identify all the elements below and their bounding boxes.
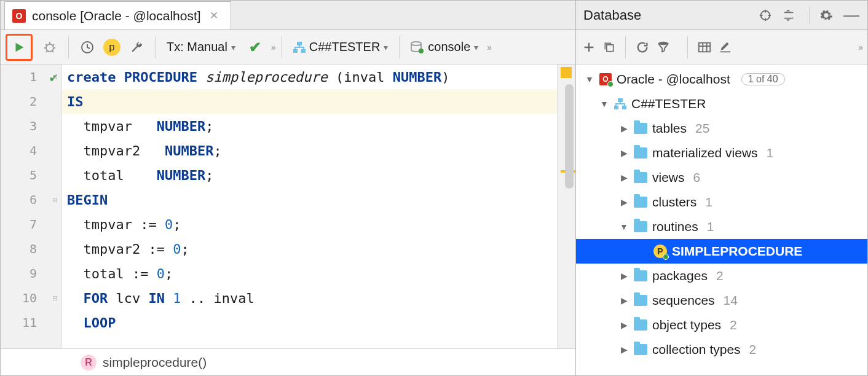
folder-icon bbox=[634, 295, 647, 306]
schema-dropdown[interactable]: C##TESTER ▾ bbox=[290, 40, 392, 54]
breadcrumb-label[interactable]: simpleprocedure() bbox=[103, 355, 207, 370]
fold-icon[interactable]: ⊟ bbox=[53, 195, 61, 204]
gutter-row[interactable]: 8 bbox=[1, 237, 61, 261]
procedure-badge-icon[interactable]: p bbox=[103, 39, 120, 56]
database-toolbar: » bbox=[576, 30, 867, 65]
code-line[interactable]: LOOP bbox=[62, 310, 575, 335]
tree-folder-count: 25 bbox=[695, 121, 709, 136]
gutter-row[interactable]: 1✔⊟ bbox=[1, 65, 61, 89]
duplicate-button[interactable] bbox=[603, 41, 615, 53]
code-token: ; bbox=[173, 217, 181, 232]
overflow-icon[interactable]: » bbox=[858, 42, 861, 52]
gutter-row[interactable]: 10⊟ bbox=[1, 286, 61, 310]
run-button[interactable] bbox=[8, 36, 30, 58]
tree-folder-row[interactable]: ▶collection types2 bbox=[576, 337, 867, 362]
refresh-button[interactable] bbox=[636, 41, 649, 54]
gutter-row[interactable]: 5 bbox=[1, 163, 61, 187]
transaction-mode-dropdown[interactable]: Tx: Manual ▾ bbox=[163, 40, 239, 54]
code-token bbox=[165, 291, 173, 306]
gutter-row[interactable]: 6⊟ bbox=[1, 187, 61, 212]
code-line[interactable]: BEGIN bbox=[62, 187, 575, 212]
target-icon[interactable] bbox=[759, 9, 776, 22]
code-token: NUMBER bbox=[165, 143, 213, 159]
gutter-row[interactable]: 3 bbox=[1, 114, 61, 138]
code-line[interactable]: FOR lcv IN 1 .. inval bbox=[62, 286, 575, 310]
tree-folder-row[interactable]: ▶object types2 bbox=[576, 313, 867, 337]
tree-datasource-label: Oracle - @localhost bbox=[617, 72, 730, 87]
svg-rect-3 bbox=[293, 49, 298, 53]
code-line[interactable]: total := 0; bbox=[62, 261, 575, 286]
code-line[interactable]: tmpvar NUMBER; bbox=[62, 114, 575, 138]
code-line[interactable]: total NUMBER; bbox=[62, 163, 575, 187]
chevron-down-icon[interactable]: ▼ bbox=[585, 74, 594, 84]
split-icon[interactable] bbox=[782, 9, 799, 22]
close-icon[interactable]: ✕ bbox=[207, 9, 221, 22]
chevron-down-icon[interactable]: ▼ bbox=[619, 222, 629, 232]
minimize-icon[interactable]: — bbox=[843, 6, 860, 25]
chevron-right-icon[interactable]: ▶ bbox=[619, 296, 629, 305]
overflow-icon[interactable]: » bbox=[487, 42, 490, 52]
editor-code-area[interactable]: create PROCEDURE simpleprocedure (inval … bbox=[62, 65, 575, 348]
chevron-right-icon[interactable]: ▶ bbox=[619, 148, 629, 158]
line-number: 3 bbox=[20, 119, 37, 133]
svg-rect-4 bbox=[301, 49, 306, 53]
scrollbar-thumb[interactable] bbox=[565, 84, 574, 189]
code-token: IS bbox=[67, 94, 84, 109]
fold-icon[interactable]: ⊟ bbox=[53, 72, 61, 81]
table-view-button[interactable] bbox=[698, 41, 711, 53]
chevron-down-icon: ▾ bbox=[474, 42, 478, 52]
code-line[interactable]: create PROCEDURE simpleprocedure (inval … bbox=[62, 65, 575, 89]
tree-folder-count: 2 bbox=[749, 342, 757, 357]
tree-folder-row[interactable]: ▶packages2 bbox=[576, 264, 867, 288]
tree-folder-routines[interactable]: ▼ routines 1 bbox=[576, 214, 867, 239]
code-token: tmpvar2 bbox=[67, 143, 165, 159]
gutter-row[interactable]: 7 bbox=[1, 212, 61, 237]
editor-marker-strip bbox=[557, 65, 575, 348]
chevron-down-icon[interactable]: ▼ bbox=[599, 99, 609, 109]
commit-button[interactable]: ✔ bbox=[244, 36, 266, 58]
editor-tab-console[interactable]: O console [Oracle - @localhost] ✕ bbox=[4, 1, 231, 29]
filter-button[interactable] bbox=[657, 41, 670, 54]
settings-wrench-button[interactable] bbox=[125, 36, 148, 58]
edit-button[interactable] bbox=[719, 41, 732, 54]
gear-icon[interactable] bbox=[819, 9, 837, 22]
code-line[interactable]: tmpvar := 0; bbox=[62, 212, 575, 237]
code-editor[interactable]: 1✔⊟23456⊟78910⊟11 create PROCEDURE simpl… bbox=[1, 65, 575, 348]
code-token: ; bbox=[213, 143, 221, 159]
gutter-row[interactable]: 2 bbox=[1, 89, 61, 114]
editor-gutter: 1✔⊟23456⊟78910⊟11 bbox=[1, 65, 62, 348]
add-datasource-button[interactable] bbox=[582, 41, 596, 54]
code-line[interactable]: tmpvar2 := 0; bbox=[62, 237, 575, 261]
folder-icon bbox=[634, 147, 647, 159]
tree-folder-row[interactable]: ▶materialized views1 bbox=[576, 141, 867, 165]
overflow-icon[interactable]: » bbox=[271, 42, 274, 52]
tree-datasource-row[interactable]: ▼ O Oracle - @localhost 1 of 40 bbox=[576, 67, 867, 92]
tree-folder-row[interactable]: ▶views6 bbox=[576, 165, 867, 190]
chevron-right-icon[interactable]: ▶ bbox=[619, 173, 629, 182]
tree-routine-row[interactable]: P SIMPLEPROCEDURE bbox=[576, 239, 867, 264]
code-token: LOOP bbox=[84, 315, 116, 331]
code-line[interactable]: tmpvar2 NUMBER; bbox=[62, 138, 575, 163]
chevron-right-icon[interactable]: ▶ bbox=[619, 197, 629, 207]
gutter-row[interactable]: 11 bbox=[1, 310, 61, 335]
tree-folder-row[interactable]: ▶tables25 bbox=[576, 116, 867, 141]
tree-schema-row[interactable]: ▼ C##TESTER bbox=[576, 92, 867, 116]
tree-folder-row[interactable]: ▶sequences14 bbox=[576, 288, 867, 313]
code-line[interactable]: IS bbox=[62, 89, 575, 114]
warning-indicator-icon[interactable] bbox=[561, 67, 572, 78]
chevron-right-icon[interactable]: ▶ bbox=[619, 345, 629, 354]
history-button[interactable] bbox=[76, 36, 98, 58]
gutter-row[interactable]: 9 bbox=[1, 261, 61, 286]
database-panel-header: Database — bbox=[576, 1, 867, 30]
code-token: 0 bbox=[165, 217, 173, 232]
chevron-right-icon[interactable]: ▶ bbox=[619, 123, 629, 133]
gutter-row[interactable]: 4 bbox=[1, 138, 61, 163]
code-token: ; bbox=[181, 241, 189, 257]
console-session-dropdown[interactable]: console ▾ bbox=[407, 40, 482, 54]
tree-folder-row[interactable]: ▶clusters1 bbox=[576, 190, 867, 214]
chevron-right-icon[interactable]: ▶ bbox=[619, 271, 629, 281]
database-tree[interactable]: ▼ O Oracle - @localhost 1 of 40 ▼ C##TES… bbox=[576, 65, 867, 375]
fold-icon[interactable]: ⊟ bbox=[53, 294, 61, 302]
debug-button[interactable] bbox=[39, 36, 61, 58]
chevron-right-icon[interactable]: ▶ bbox=[619, 320, 629, 330]
